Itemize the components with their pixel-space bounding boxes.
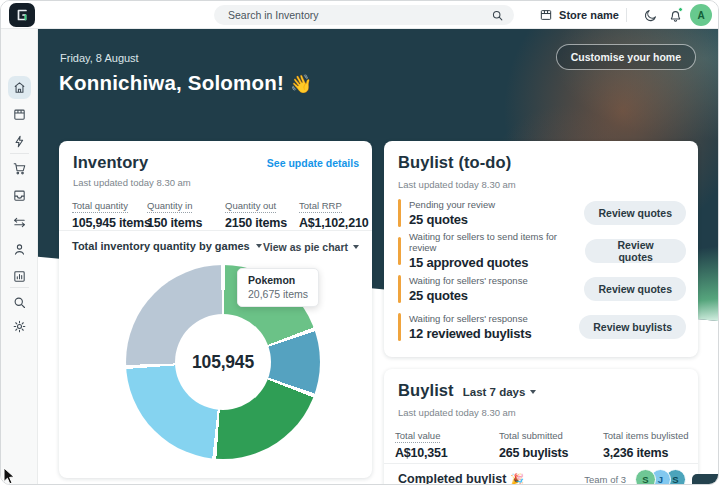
sidebar-item-search[interactable]: [8, 291, 31, 314]
todo-list: Pending your review 25 quotes Review quo…: [398, 195, 686, 347]
stat-value: A$10,351: [395, 446, 448, 460]
todo-text: Waiting for sellers' response 25 quotes: [409, 275, 528, 303]
todo-label: Waiting for sellers to send items for re…: [409, 231, 585, 253]
buylist-summary-card: Buylist Last 7 days Last updated today 8…: [384, 369, 698, 485]
hero-greeting: Konnichiwa, Solomon!👋: [59, 71, 313, 95]
sidebar-item-home[interactable]: [8, 76, 31, 99]
mouse-cursor: [3, 467, 16, 485]
pending-indicator: [398, 275, 401, 303]
todo-value: 12 reviewed buylists: [409, 326, 531, 341]
stat-value: A$1,102,210: [299, 216, 368, 230]
sidebar-divider: [10, 287, 29, 288]
sidebar-item-flash[interactable]: [8, 130, 31, 153]
team-avatars: S J S: [635, 469, 686, 485]
flash-icon: [12, 134, 27, 149]
stat-label[interactable]: Total value: [395, 430, 440, 443]
review-quotes-button[interactable]: Review quotes: [584, 277, 686, 301]
sidebar-item-customers[interactable]: [8, 238, 31, 261]
global-search[interactable]: [214, 5, 514, 25]
stat-label: Total submitted: [499, 430, 563, 442]
inventory-title: Inventory: [73, 153, 148, 172]
wave-emoji: 👋: [290, 74, 313, 94]
period-dropdown[interactable]: Last 7 days: [463, 386, 537, 398]
todo-row: Waiting for sellers to send items for re…: [398, 233, 686, 268]
user-avatar[interactable]: A: [690, 4, 712, 26]
sidebar-item-inbox[interactable]: [8, 184, 31, 207]
stat-quantity-in: Quantity in 150 items: [147, 195, 202, 230]
stat-value: 2150 items: [225, 216, 287, 230]
todo-text: Waiting for sellers' response 12 reviewe…: [409, 313, 531, 341]
todo-row: Waiting for sellers' response 12 reviewe…: [398, 309, 686, 344]
completed-text: Completed buylist: [398, 472, 506, 485]
sidebar-item-settings[interactable]: [8, 315, 31, 338]
stat-total-rrp: Total RRP A$1,102,210: [299, 195, 368, 230]
stat-value: 3,236 items: [603, 446, 689, 460]
cart-icon: [12, 161, 27, 176]
todo-label: Waiting for sellers' response: [409, 275, 528, 286]
top-bar: Store name A: [1, 1, 718, 29]
transfer-arrows-icon: [12, 215, 27, 230]
chart-tooltip: Pokemon 20,675 items: [237, 268, 319, 307]
notifications-button[interactable]: [664, 4, 686, 26]
chart-view-dropdown[interactable]: View as pie chart: [263, 241, 359, 253]
stat-total-submitted: Total submitted 265 buylists: [499, 425, 568, 460]
person-icon: [12, 242, 27, 257]
party-emoji: 🎉: [510, 473, 524, 485]
stat-total-value: Total value A$10,351: [395, 425, 448, 460]
buylist-summary-title: Buylist: [398, 381, 454, 400]
donut-total: 105,945: [192, 352, 254, 373]
stat-label[interactable]: Total RRP: [299, 200, 342, 213]
store-name-label: Store name: [559, 9, 619, 21]
buylist-summary-stats: Total value A$10,351 Total submitted 265…: [395, 425, 692, 457]
pending-indicator: [398, 237, 401, 265]
todo-text: Pending your review 25 quotes: [409, 199, 495, 227]
review-buylists-button[interactable]: Review buylists: [579, 315, 686, 339]
search-icon: [491, 9, 504, 22]
tooltip-value: 20,675 items: [248, 288, 308, 300]
todo-value: 25 quotes: [409, 288, 528, 303]
stat-label[interactable]: Quantity in: [147, 200, 192, 213]
todo-value: 25 quotes: [409, 212, 495, 227]
stat-total-quantity: Total quantity 105,945 items: [72, 195, 151, 230]
completed-buylist-row: Completed buylist🎉 Team of 3 S J S: [398, 465, 686, 485]
avatar-initial: A: [697, 10, 704, 21]
home-icon: [12, 80, 27, 95]
sidebar-item-transfers[interactable]: [8, 211, 31, 234]
todo-value: 15 approved quotes: [409, 255, 585, 270]
storefront-icon: [539, 8, 553, 22]
review-quotes-button[interactable]: Review quotes: [584, 201, 686, 225]
store-name-button[interactable]: Store name: [539, 1, 619, 29]
pending-indicator: [398, 199, 401, 227]
app-logo[interactable]: [9, 3, 35, 27]
review-quotes-button[interactable]: Review quotes: [585, 239, 686, 263]
chevron-down-icon: [353, 245, 359, 249]
stat-label[interactable]: Quantity out: [225, 200, 276, 213]
chart-view-label: View as pie chart: [263, 241, 348, 253]
card-divider: [384, 463, 698, 464]
moon-icon: [643, 8, 658, 23]
sidebar-item-cart[interactable]: [8, 157, 31, 180]
sidebar-item-storefront[interactable]: [8, 103, 31, 126]
todo-row: Pending your review 25 quotes Review quo…: [398, 195, 686, 230]
dark-mode-toggle[interactable]: [639, 4, 661, 26]
customise-home-button[interactable]: Customise your home: [556, 44, 696, 70]
inventory-stats: Total quantity 105,945 items Quantity in…: [72, 195, 366, 229]
stat-items-buylisted: Total items buylisted 3,236 items: [603, 425, 689, 460]
search-input[interactable]: [228, 9, 491, 21]
bar-chart-icon: [12, 269, 27, 284]
sidebar-nav: [1, 29, 38, 484]
see-update-details-link[interactable]: See update details: [267, 157, 359, 169]
gear-icon: [12, 319, 27, 334]
todo-label: Pending your review: [409, 199, 495, 210]
buylist-summary-last-updated: Last updated today 8.30 am: [398, 407, 516, 418]
stat-value: 150 items: [147, 216, 202, 230]
inbox-icon: [12, 188, 27, 203]
app-window: Store name A: [0, 0, 719, 485]
sidebar-item-reports[interactable]: [8, 265, 31, 288]
search-icon: [12, 295, 27, 310]
chart-breakdown-dropdown[interactable]: Total inventory quantity by games: [72, 240, 262, 252]
pending-indicator: [398, 313, 401, 341]
chevron-down-icon: [256, 244, 262, 248]
stat-label[interactable]: Total quantity: [72, 200, 128, 213]
todo-label: Waiting for sellers' response: [409, 313, 531, 324]
